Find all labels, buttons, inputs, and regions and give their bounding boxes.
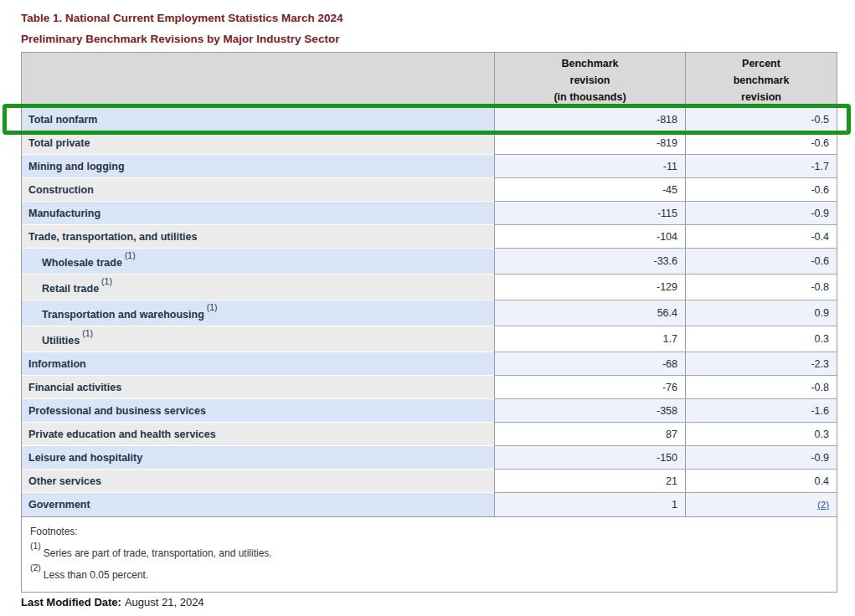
percent-benchmark-revision-cell: -0.6 bbox=[685, 249, 837, 275]
table-row: Trade, transportation, and utilities-104… bbox=[22, 225, 837, 249]
industry-name: Government bbox=[28, 499, 90, 511]
percent-benchmark-revision-cell: -1.7 bbox=[685, 155, 837, 178]
row-label: Utilities(1) bbox=[22, 326, 494, 352]
footnotes: Footnotes: (1)Series are part of trade, … bbox=[22, 516, 837, 592]
benchmark-revision-cell: -358 bbox=[494, 399, 685, 423]
table-row: Government1(2) bbox=[22, 493, 837, 516]
table-row: Information-68-2.3 bbox=[22, 352, 837, 376]
row-label: Private education and health services bbox=[22, 423, 494, 446]
benchmark-revision-cell: 87 bbox=[494, 423, 685, 446]
row-label: Financial activities bbox=[22, 376, 494, 399]
industry-name: Total nonfarm bbox=[28, 114, 97, 126]
last-modified-label: Last Modified Date: bbox=[21, 596, 121, 608]
table-row: Retail trade(1)-129-0.8 bbox=[22, 275, 837, 300]
footnote-1-reference: (1) bbox=[101, 276, 112, 286]
benchmark-revision-cell: -129 bbox=[494, 275, 685, 300]
table-row: Mining and logging-11-1.7 bbox=[22, 155, 837, 178]
header-row: Benchmark revision (in thousands) Percen… bbox=[22, 53, 837, 108]
industry-name: Information bbox=[28, 358, 86, 370]
footnote-1-reference: (1) bbox=[82, 328, 93, 338]
industry-name: Retail trade bbox=[42, 283, 99, 295]
table-row: Manufacturing-115-0.9 bbox=[22, 202, 837, 225]
industry-name: Total private bbox=[28, 137, 90, 149]
percent-benchmark-revision-cell: -0.8 bbox=[685, 376, 837, 399]
benchmark-revision-cell: 21 bbox=[494, 470, 685, 493]
table-title-line1: Table 1. National Current Employment Sta… bbox=[21, 8, 343, 28]
industry-name: Private education and health services bbox=[28, 429, 216, 440]
footnote-2-text: Less than 0.05 percent. bbox=[44, 569, 148, 581]
percent-benchmark-revision-cell: -0.9 bbox=[685, 202, 837, 225]
row-label: Manufacturing bbox=[22, 202, 494, 225]
table-row: Total private-819-0.6 bbox=[22, 131, 837, 155]
row-label: Other services bbox=[22, 470, 494, 493]
footnote-2-link[interactable]: (2) bbox=[817, 500, 829, 510]
row-label: Professional and business services bbox=[22, 399, 494, 423]
table-title-line2: Preliminary Benchmark Revisions by Major… bbox=[21, 28, 343, 49]
table-row: Total nonfarm-818-0.5 bbox=[22, 108, 837, 131]
percent-benchmark-revision-cell: -0.9 bbox=[685, 446, 837, 470]
footnote-1-reference: (1) bbox=[125, 250, 136, 260]
row-label: Leisure and hospitality bbox=[22, 446, 494, 470]
table-row: Utilities(1)1.70.3 bbox=[22, 326, 837, 352]
percent-benchmark-revision-cell: -1.6 bbox=[685, 399, 837, 423]
industry-name: Leisure and hospitality bbox=[28, 452, 142, 464]
benchmark-revision-cell: 1 bbox=[494, 493, 685, 516]
row-label: Wholesale trade(1) bbox=[22, 249, 494, 275]
industry-name: Financial activities bbox=[28, 382, 121, 393]
percent-benchmark-revision-cell: -2.3 bbox=[685, 352, 837, 376]
industry-name: Trade, transportation, and utilities bbox=[28, 231, 197, 243]
row-label: Total nonfarm bbox=[22, 108, 494, 131]
benchmark-revision-cell: -33.6 bbox=[494, 249, 685, 275]
table-row: Transportation and warehousing(1)56.40.9 bbox=[22, 300, 837, 326]
percent-benchmark-revision-cell: 0.9 bbox=[685, 300, 837, 326]
percent-benchmark-revision-cell: -0.6 bbox=[685, 178, 837, 202]
page: Table 1. National Current Employment Sta… bbox=[0, 0, 855, 616]
percent-benchmark-revision-cell: -0.5 bbox=[685, 108, 837, 131]
table-row: Wholesale trade(1)-33.6-0.6 bbox=[22, 249, 837, 275]
industry-name: Professional and business services bbox=[28, 405, 206, 417]
industry-column-header bbox=[22, 53, 494, 108]
benchmark-revision-cell: -11 bbox=[494, 155, 685, 178]
benchmark-revision-cell: -45 bbox=[494, 178, 685, 202]
row-label: Transportation and warehousing(1) bbox=[22, 300, 494, 326]
last-modified: Last Modified Date:August 21, 2024 bbox=[21, 596, 204, 608]
percent-benchmark-revision-cell: -0.4 bbox=[685, 225, 837, 249]
footnotes-label: Footnotes: bbox=[30, 523, 828, 541]
table-row: Private education and health services870… bbox=[22, 423, 837, 446]
footnote-1-text: Series are part of trade, transportation… bbox=[44, 547, 272, 559]
benchmark-revision-column-header: Benchmark revision (in thousands) bbox=[494, 53, 685, 108]
percent-benchmark-revision-column-header: Percent benchmark revision bbox=[685, 53, 837, 108]
industry-name: Mining and logging bbox=[28, 161, 125, 172]
row-label: Total private bbox=[22, 131, 494, 155]
table-title: Table 1. National Current Employment Sta… bbox=[21, 8, 343, 49]
row-label: Construction bbox=[22, 178, 494, 202]
footnote-1: (1)Series are part of trade, transportat… bbox=[30, 541, 828, 562]
percent-benchmark-revision-cell: (2) bbox=[685, 493, 837, 516]
table-row: Leisure and hospitality-150-0.9 bbox=[22, 446, 837, 470]
benchmark-revision-cell: -104 bbox=[494, 225, 685, 249]
row-label: Retail trade(1) bbox=[22, 275, 494, 300]
industry-name: Transportation and warehousing bbox=[42, 309, 204, 321]
percent-benchmark-revision-cell: -0.6 bbox=[685, 131, 837, 155]
table-row: Other services210.4 bbox=[22, 470, 837, 493]
row-label: Information bbox=[22, 352, 494, 376]
industry-name: Manufacturing bbox=[28, 208, 100, 219]
row-label: Trade, transportation, and utilities bbox=[22, 225, 494, 249]
benchmark-revision-cell: -68 bbox=[494, 352, 685, 376]
benchmark-revision-cell: -819 bbox=[494, 131, 685, 155]
footnote-1-reference: (1) bbox=[207, 302, 218, 312]
table-row: Professional and business services-358-1… bbox=[22, 399, 837, 423]
percent-benchmark-revision-cell: -0.8 bbox=[685, 275, 837, 300]
last-modified-value: August 21, 2024 bbox=[125, 596, 204, 608]
footnote-2-marker: (2) bbox=[30, 562, 41, 572]
table-row: Construction-45-0.6 bbox=[22, 178, 837, 202]
benchmark-revision-cell: 56.4 bbox=[494, 300, 685, 326]
benchmark-revisions-table: Benchmark revision (in thousands) Percen… bbox=[22, 53, 837, 516]
benchmark-revision-cell: -818 bbox=[494, 108, 685, 131]
industry-name: Other services bbox=[28, 475, 101, 487]
benchmark-table-container: Benchmark revision (in thousands) Percen… bbox=[21, 52, 837, 593]
benchmark-revision-cell: -150 bbox=[494, 446, 685, 470]
footnote-1-marker: (1) bbox=[30, 541, 41, 551]
industry-name: Wholesale trade bbox=[42, 257, 122, 269]
footnote-2: (2)Less than 0.05 percent. bbox=[30, 562, 828, 584]
